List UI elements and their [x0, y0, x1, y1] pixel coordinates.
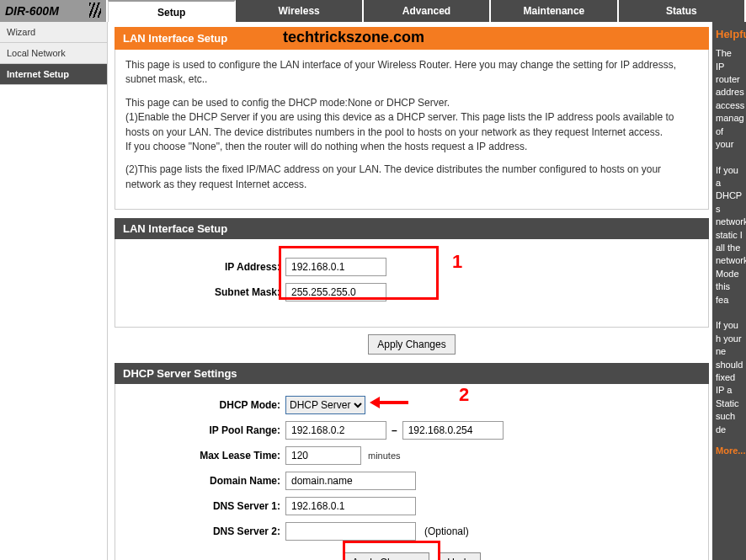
intro-p1: This page is used to configure the LAN i…: [125, 58, 698, 88]
tab-maintenance[interactable]: Maintenance: [491, 0, 618, 22]
help-text-2: If you a DHCP s network static I all the…: [716, 164, 743, 307]
subnet-mask-input[interactable]: [285, 283, 386, 301]
help-panel: Helpfu The IP router addres access manag…: [712, 22, 746, 560]
intro-title-bar: LAN Interface Setup techtrickszone.com: [115, 27, 709, 50]
dhcp-form: DHCP Mode: DHCP Server IP Pool Range: – …: [115, 384, 709, 560]
sidebar-item-local-network[interactable]: Local Network: [0, 43, 107, 64]
dhcp-mode-select[interactable]: DHCP Server: [285, 396, 365, 414]
ip-pool-start-input[interactable]: [285, 421, 386, 440]
dns1-input[interactable]: [285, 497, 416, 515]
intro-description: This page is used to configure the LAN i…: [115, 50, 709, 210]
domain-name-label: Domain Name:: [125, 475, 285, 487]
model-label: DIR-600M: [0, 0, 108, 22]
sidebar-item-internet-setup[interactable]: Internet Setup: [0, 64, 107, 85]
help-title: Helpfu: [716, 27, 743, 42]
domain-name-input[interactable]: [285, 472, 416, 490]
subnet-mask-label: Subnet Mask:: [125, 286, 285, 298]
optional-text: (Optional): [416, 525, 469, 537]
dhcp-section-title: DHCP Server Settings: [115, 363, 709, 384]
range-dash: –: [386, 424, 402, 436]
tab-advanced[interactable]: Advanced: [364, 0, 491, 22]
ip-address-label: IP Address:: [125, 261, 285, 273]
intro-title: LAN Interface Setup: [123, 32, 227, 45]
dns2-input[interactable]: [285, 522, 416, 541]
lan-apply-button[interactable]: Apply Changes: [368, 334, 455, 355]
dhcp-undo-button[interactable]: Undo: [438, 552, 481, 560]
dns2-label: DNS Server 2:: [125, 525, 285, 537]
watermark-text: techtrickszone.com: [283, 29, 424, 46]
intro-p5: (2)This page lists the fixed IP/MAC addr…: [125, 163, 698, 192]
dhcp-mode-label: DHCP Mode:: [125, 399, 285, 411]
help-text-1: The IP router addres access manag of you…: [716, 47, 743, 151]
sidebar-item-wizard[interactable]: Wizard: [0, 22, 107, 43]
tab-wireless[interactable]: Wireless: [236, 0, 363, 22]
intro-p2: This page can be used to config the DHCP…: [125, 97, 450, 109]
lease-time-label: Max Lease Time:: [125, 450, 285, 461]
dhcp-apply-button[interactable]: Apply Changes: [343, 552, 429, 560]
help-text-3: If you h your ne should fixed IP a Stati…: [716, 319, 743, 436]
tab-status[interactable]: Status: [619, 0, 746, 22]
lan-form: IP Address: Subnet Mask: 1: [115, 239, 709, 328]
lan-section-title: LAN Interface Setup: [115, 218, 709, 239]
ip-pool-label: IP Pool Range:: [125, 424, 285, 436]
sidebar: Wizard Local Network Internet Setup: [0, 22, 108, 560]
tab-setup[interactable]: Setup: [108, 0, 236, 22]
ip-pool-end-input[interactable]: [402, 421, 504, 440]
intro-p3: (1)Enable the DHCP Server if you are usi…: [125, 111, 674, 137]
help-more-link[interactable]: More...: [716, 445, 743, 457]
ip-address-input[interactable]: [285, 258, 386, 276]
main-panel: LAN Interface Setup techtrickszone.com T…: [108, 22, 712, 560]
main-tabs: Setup Wireless Advanced Maintenance Stat…: [108, 0, 746, 22]
lease-unit: minutes: [361, 451, 401, 461]
intro-p4: If you choose "None", then the router wi…: [125, 141, 527, 152]
lease-time-input[interactable]: [285, 446, 361, 465]
dns1-label: DNS Server 1:: [125, 500, 285, 512]
